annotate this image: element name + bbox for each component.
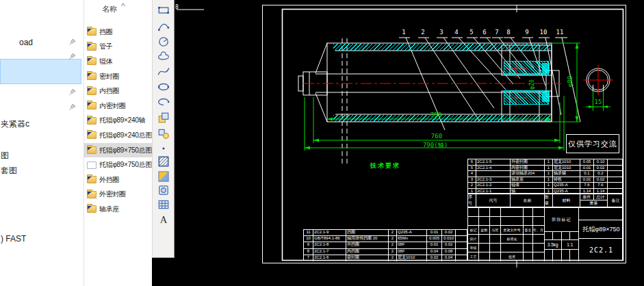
pin-icon[interactable] — [68, 38, 77, 47]
bom-total-weight: 0.02 — [442, 230, 456, 235]
dim-750: 750 — [424, 112, 448, 118]
arc-tool-icon[interactable] — [157, 19, 170, 33]
bom-total-weight: 0.02 — [442, 242, 456, 248]
signature-row — [468, 208, 544, 217]
balloon-1: 1 — [398, 29, 409, 36]
bom-no: 8 — [304, 249, 313, 255]
file-row[interactable]: 外密封圈 — [83, 187, 152, 203]
bom-code: 2C2.1-8 — [313, 242, 346, 248]
nav-item-download[interactable]: oad — [19, 38, 33, 47]
file-name: 辊体 — [99, 57, 112, 66]
file-row[interactable]: 托辊φ89×240总图 — [83, 128, 152, 143]
region-tool-icon[interactable] — [157, 183, 170, 197]
nav-item-clamp[interactable]: 夹紧器c — [1, 118, 29, 130]
ellipse-tool-icon[interactable] — [157, 80, 170, 94]
multiline-text-tool-icon[interactable]: A — [157, 212, 170, 226]
folder-icon — [87, 102, 96, 109]
nav-item-fast[interactable]: ) FAST — [1, 234, 26, 244]
nav-item-tu[interactable]: 图 — [1, 150, 9, 161]
bom-name: 轴承座 — [511, 177, 545, 183]
bom-row: 6 2C2.1-5 外密封圈 1 尼龙1010 0.05 0.10 — [468, 159, 622, 166]
bom-unit-weight: 0.1 — [580, 171, 594, 177]
weight-value: 3.5kg — [545, 240, 562, 249]
bom-qty: 2 — [389, 236, 397, 242]
bom-code: 2C2.1-5 — [476, 159, 511, 165]
hatch-tool-icon[interactable] — [157, 155, 170, 168]
pin-icon[interactable] — [68, 88, 77, 96]
bom-name: 外密封圈 — [511, 159, 545, 165]
bom-remark — [608, 183, 623, 188]
bom-no: 11 — [304, 230, 313, 235]
file-row[interactable]: 外挡圈 — [83, 172, 152, 187]
file-name: 轴承座 — [99, 205, 119, 214]
file-row[interactable]: 挡圈 — [83, 25, 152, 40]
file-row[interactable]: 托辊φ89×750总图 — [83, 143, 152, 158]
folder-icon — [87, 131, 96, 139]
bom-remark — [456, 255, 468, 261]
bom-row: 2 2C2.1-2 辊体 1 Q235-A 7.6 7.6 — [468, 183, 622, 189]
pin-icon[interactable] — [68, 53, 77, 61]
spline-tool-icon[interactable] — [157, 65, 170, 79]
bom-material: 08F — [397, 249, 427, 255]
balloon-2: 2 — [417, 29, 428, 36]
point-tool-icon[interactable] — [157, 142, 170, 155]
file-row[interactable]: 密封圈 — [83, 69, 152, 84]
signature-grid: 标记 处数 分区 更改文件号 签名 年、月、日 设计 标准化 审核 — [468, 208, 545, 261]
bom-total-weight: 7.6 — [594, 183, 608, 188]
balloon-9: 9 — [521, 29, 532, 36]
bom-material: 尼龙1010 — [553, 166, 580, 171]
bom-row: 4 滚动轴承204 1 轴承钢 0.1 0.2 — [468, 171, 622, 177]
file-row[interactable]: 内密封圈 — [83, 99, 152, 114]
bom-no: 2 — [468, 183, 476, 188]
dim-phi20: φ20 — [529, 73, 535, 97]
bom-qty: 1 — [545, 177, 553, 183]
column-header-name[interactable]: 名称 — [102, 4, 117, 14]
title-block-right: 托辊φ89×750 2C2.1 — [579, 208, 623, 261]
bom-total-weight: 0.02 — [594, 177, 608, 183]
bom-total-weight: 0.08 — [442, 249, 456, 255]
rectangle-tool-icon[interactable] — [157, 3, 170, 17]
bom-no: 10 — [304, 236, 313, 242]
pin-icon[interactable] — [68, 103, 77, 112]
gradient-tool-icon[interactable] — [157, 170, 170, 183]
bom-header-material: 材料 — [553, 194, 580, 207]
file-explorer-window: oad 夹紧器c 图 套图 ) FAST 名称 ^ 挡圈 管子 — [0, 0, 152, 286]
bom-no: 5 — [468, 166, 476, 171]
file-row[interactable]: 内挡圈 — [83, 83, 152, 99]
file-row[interactable]: 托辊φ89×750总图.dwl — [83, 157, 152, 172]
revision-cloud-tool-icon[interactable] — [157, 50, 170, 64]
file-row[interactable]: 辊体 — [83, 54, 152, 69]
bom-remark — [608, 177, 623, 183]
file-row[interactable]: 管子 — [83, 40, 152, 55]
bom-qty: 1 — [545, 166, 553, 171]
bom-unit-weight: 0.01 — [427, 242, 442, 248]
bom-total-weight: 0.10 — [594, 159, 608, 165]
bom-name: 内密封圈 — [511, 166, 545, 171]
drawing-title: 托辊φ89×750 — [579, 220, 623, 239]
file-row[interactable]: 托辊φ89×240轴 — [83, 114, 152, 129]
make-block-tool-icon[interactable] — [157, 127, 170, 140]
bom-header-no: 序号 — [468, 194, 476, 207]
file-name: 托辊φ89×240总图 — [99, 131, 152, 140]
table-tool-icon[interactable] — [157, 198, 170, 211]
stage-mark-cells — [545, 232, 578, 240]
bom-header-name: 名称 — [511, 194, 545, 207]
collapse-chevron-icon[interactable]: ^ — [121, 1, 125, 11]
tech-title: 技术要求 — [299, 161, 472, 170]
folder-icon — [87, 205, 96, 213]
nav-item-taotu[interactable]: 套图 — [1, 165, 17, 177]
bom-remark — [456, 236, 468, 242]
bom-material: 08F — [397, 242, 427, 248]
insert-block-tool-icon[interactable] — [157, 111, 170, 125]
bom-unit-weight: 0.005 — [427, 236, 442, 242]
nav-selected-item[interactable] — [0, 59, 81, 84]
file-row[interactable]: 轴承座 — [83, 202, 152, 217]
bom-row: 10 GB/T894.1-86 轴用弹性挡圈 20 2 65Mn 0.005 0… — [304, 236, 467, 242]
bom-name: 内挡圈 — [346, 249, 389, 255]
bom-qty: 2 — [389, 249, 397, 255]
bom-no: 7 — [304, 255, 313, 261]
signature-row: 审核 — [468, 244, 544, 252]
circle-tool-icon[interactable] — [157, 35, 170, 49]
bom-row: 7 2C2.1-6 密封圈 2 尼龙1010 0.02 0.04 — [304, 255, 467, 261]
ellipse-arc-tool-icon[interactable] — [157, 95, 170, 109]
